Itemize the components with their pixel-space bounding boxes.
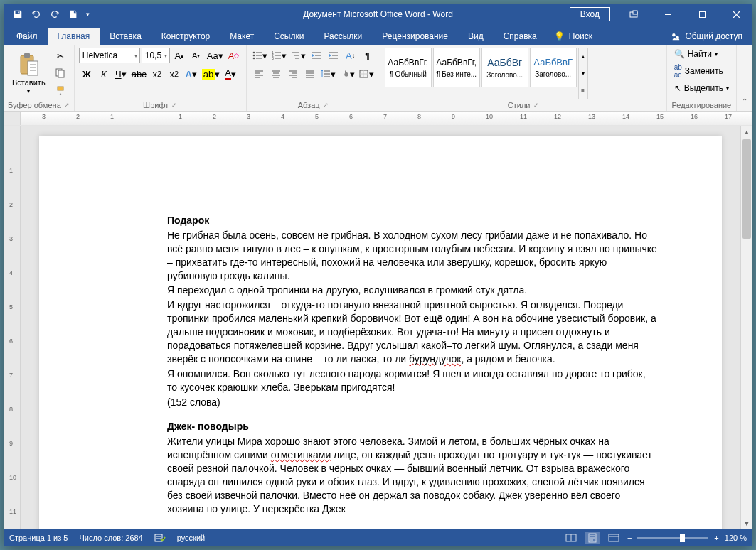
zoom-slider-thumb[interactable] (680, 534, 685, 542)
ribbon-display-options[interactable] (617, 4, 650, 25)
redo-button[interactable] (46, 6, 63, 23)
undo-button[interactable] (28, 6, 45, 23)
svg-rect-21 (609, 534, 619, 541)
signin-button[interactable]: Вход (570, 7, 610, 21)
font-size-combo[interactable]: 10,5 (142, 48, 170, 63)
replace-button[interactable]: abacЗаменить (671, 62, 732, 80)
styles-gallery[interactable]: АаБбВвГг,¶ Обычный АаБбВвГг,¶ Без инте..… (385, 48, 588, 99)
tab-file[interactable]: Файл (6, 28, 48, 45)
font-name-combo[interactable]: Helvetica (79, 48, 140, 63)
clipboard-dialog-launcher[interactable]: ⤢ (64, 102, 70, 109)
tab-view[interactable]: Вид (458, 28, 494, 45)
align-center-button[interactable] (268, 66, 284, 82)
font-dialog-launcher[interactable]: ⤢ (171, 102, 177, 109)
paragraph-dialog-launcher[interactable]: ⤢ (323, 102, 329, 109)
tab-review[interactable]: Рецензирование (372, 28, 458, 45)
share-button[interactable]: Общий доступ (661, 28, 752, 45)
font-color-button[interactable]: A▾ (223, 66, 238, 82)
tell-me-search[interactable]: 💡 Поиск (547, 28, 600, 45)
style-normal[interactable]: АаБбВвГг,¶ Обычный (385, 48, 432, 87)
superscript-button[interactable]: x2 (166, 66, 182, 82)
style-heading2[interactable]: АаБбВвГЗаголово... (530, 48, 577, 87)
zoom-level[interactable]: 120 % (725, 534, 747, 542)
scroll-track[interactable] (741, 138, 752, 517)
spelling-error[interactable]: отметинками (271, 449, 331, 460)
document-body[interactable]: Подарок Не грибная была осень, совсем не… (167, 214, 658, 516)
justify-button[interactable] (302, 66, 318, 82)
numbering-button[interactable]: 123▾ (270, 48, 288, 63)
shading-button[interactable]: ▾ (339, 66, 356, 82)
style-no-spacing[interactable]: АаБбВвГг,¶ Без инте... (433, 48, 480, 87)
svg-rect-10 (58, 87, 63, 90)
ruler-corner[interactable] (4, 112, 21, 125)
strikethrough-button[interactable]: abc (130, 66, 148, 82)
close-button[interactable] (720, 4, 752, 25)
highlight-button[interactable]: ab▾ (201, 66, 221, 82)
page-number-status[interactable]: Страница 1 из 5 (9, 534, 68, 542)
change-case-button[interactable]: Aa▾ (206, 48, 225, 63)
cut-button[interactable]: ✂ (53, 48, 68, 64)
spelling-error[interactable]: бурундучок (409, 353, 461, 365)
styles-dialog-launcher[interactable]: ⤢ (533, 102, 539, 109)
maximize-button[interactable] (686, 4, 718, 25)
horizontal-ruler[interactable]: document.write(Array.from({length:21},(_… (21, 112, 752, 125)
line-spacing-button[interactable]: ▾ (319, 66, 337, 82)
minimize-button[interactable] (651, 4, 684, 25)
italic-button[interactable]: К (96, 66, 112, 82)
language-status[interactable]: русский (177, 534, 205, 542)
zoom-slider[interactable] (637, 537, 708, 539)
qat-customize[interactable]: ▾ (83, 6, 92, 23)
sort-button[interactable]: A↓ (343, 48, 358, 63)
shrink-font-button[interactable]: A▾ (188, 48, 204, 63)
increase-indent-button[interactable] (326, 48, 341, 63)
clear-formatting-button[interactable]: A◇ (226, 48, 242, 63)
page-scroll-area[interactable]: Подарок Не грибная была осень, совсем не… (21, 126, 740, 529)
new-doc-button[interactable] (65, 6, 82, 23)
zoom-out-button[interactable]: − (627, 534, 632, 542)
vertical-ruler[interactable]: document.write(Array.from({length:14},(_… (4, 126, 21, 529)
scroll-thumb[interactable] (742, 139, 751, 239)
decrease-indent-button[interactable] (309, 48, 324, 63)
underline-button[interactable]: Ч▾ (113, 66, 129, 82)
read-mode-button[interactable] (563, 532, 579, 544)
print-layout-button[interactable] (585, 532, 600, 544)
tab-references[interactable]: Ссылки (264, 28, 314, 45)
find-button[interactable]: 🔍Найти▾ (671, 48, 732, 60)
styles-expand[interactable]: ≡ (579, 82, 587, 99)
subscript-button[interactable]: x2 (149, 66, 165, 82)
align-right-button[interactable] (285, 66, 301, 82)
web-layout-button[interactable] (606, 532, 622, 544)
document-page[interactable]: Подарок Не грибная была осень, совсем не… (39, 136, 722, 529)
tab-design[interactable]: Конструктор (151, 28, 220, 45)
show-marks-button[interactable]: ¶ (360, 48, 376, 63)
tab-help[interactable]: Справка (494, 28, 547, 45)
paste-button[interactable]: Вставить ▾ (8, 48, 50, 99)
scroll-up-button[interactable]: ▲ (741, 126, 752, 138)
multilevel-list-button[interactable]: ▾ (289, 48, 307, 63)
spellcheck-status[interactable] (154, 533, 166, 543)
tab-home[interactable]: Главная (48, 28, 100, 45)
select-button[interactable]: ↖Выделить▾ (671, 82, 732, 95)
tab-mailings[interactable]: Рассылки (314, 28, 372, 45)
style-heading1[interactable]: АаБбВгЗаголово... (481, 48, 528, 87)
tab-layout[interactable]: Макет (220, 28, 264, 45)
svg-point-11 (252, 52, 255, 54)
word-count-status[interactable]: Число слов: 2684 (79, 534, 142, 542)
zoom-in-button[interactable]: + (714, 534, 718, 542)
grow-font-button[interactable]: A▴ (171, 48, 187, 63)
collapse-ribbon-button[interactable]: ⌃ (737, 93, 752, 109)
svg-rect-6 (24, 53, 30, 58)
format-painter-button[interactable] (53, 83, 68, 99)
styles-scroll-up[interactable]: ▴ (579, 48, 587, 65)
styles-scroll-down[interactable]: ▾ (579, 65, 587, 82)
copy-button[interactable] (53, 65, 68, 81)
bullets-button[interactable]: ▾ (251, 48, 269, 63)
vertical-scrollbar[interactable]: ▲ ▼ (740, 126, 752, 529)
text-effects-button[interactable]: A▾ (183, 66, 199, 82)
bold-button[interactable]: Ж (79, 66, 95, 82)
align-left-button[interactable] (251, 66, 267, 82)
scroll-down-button[interactable]: ▼ (741, 517, 752, 529)
borders-button[interactable]: ▾ (358, 66, 376, 82)
tab-insert[interactable]: Вставка (100, 28, 151, 45)
save-button[interactable] (9, 6, 26, 23)
